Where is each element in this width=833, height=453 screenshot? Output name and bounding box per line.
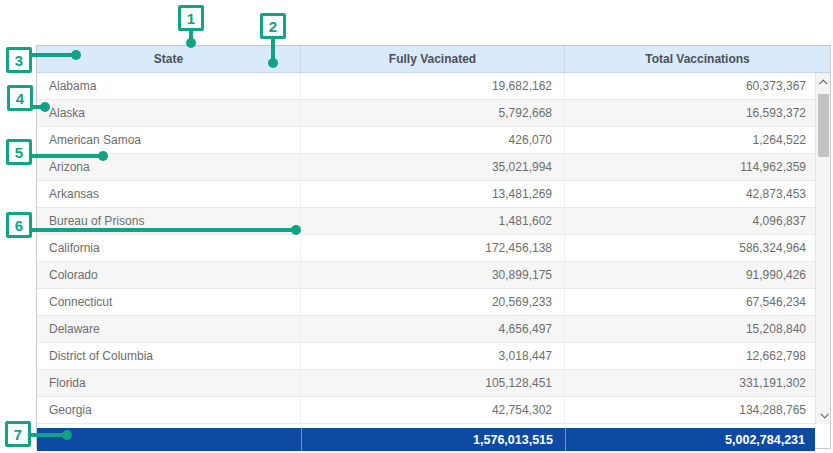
callout-1-dot — [186, 38, 196, 48]
table-rows-container: Alabama19,682,16260,373,367Alaska5,792,6… — [37, 73, 830, 424]
table-header-row: State Fully Vacinated Total Vaccinations — [37, 46, 830, 73]
total-vaccinations-cell: 16,593,372 — [565, 100, 830, 126]
total-state-cell — [37, 428, 301, 451]
total-vaccinations-cell: 5,002,784,231 — [565, 428, 815, 451]
callout-6-line — [30, 228, 293, 232]
total-vaccinations-cell: 15,208,840 — [565, 316, 830, 342]
column-header-total-vaccinations[interactable]: Total Vaccinations — [565, 46, 830, 72]
state-cell: Alaska — [37, 100, 301, 126]
callout-2-line — [271, 38, 275, 60]
state-cell: California — [37, 235, 301, 261]
total-vaccinations-cell: 67,546,234 — [565, 289, 830, 315]
table-row[interactable]: Colorado30,899,17591,990,426 — [37, 262, 830, 289]
fully-vaccinated-cell: 4,656,497 — [301, 316, 565, 342]
fully-vaccinated-cell: 19,682,162 — [301, 73, 565, 99]
callout-1: 1 — [178, 5, 204, 31]
total-vaccinations-cell: 60,373,367 — [565, 73, 830, 99]
table-row[interactable]: Georgia42,754,302134,288,765 — [37, 397, 830, 424]
fully-vaccinated-cell: 13,481,269 — [301, 181, 565, 207]
scroll-up-button[interactable] — [816, 75, 830, 90]
state-cell: Florida — [37, 370, 301, 396]
fully-vaccinated-cell: 20,569,233 — [301, 289, 565, 315]
callout-3-dot — [71, 50, 81, 60]
table-row[interactable]: Alabama19,682,16260,373,367 — [37, 73, 830, 100]
table-row[interactable]: Alaska5,792,66816,593,372 — [37, 100, 830, 127]
total-vaccinations-cell: 12,662,798 — [565, 343, 830, 369]
callout-7-line — [29, 433, 64, 437]
total-vaccinations-cell: 91,990,426 — [565, 262, 830, 288]
total-vaccinations-cell: 331,191,302 — [565, 370, 830, 396]
table-row[interactable]: California172,456,138586,324,964 — [37, 235, 830, 262]
callout-5: 5 — [6, 139, 32, 165]
total-vaccinations-cell: 134,288,765 — [565, 397, 830, 423]
state-cell: Connecticut — [37, 289, 301, 315]
state-cell: American Samoa — [37, 127, 301, 153]
chevron-up-icon — [819, 79, 827, 87]
vertical-scrollbar[interactable] — [815, 73, 830, 424]
fully-vaccinated-cell: 105,128,451 — [301, 370, 565, 396]
total-vaccinations-cell: 1,264,522 — [565, 127, 830, 153]
state-cell: Delaware — [37, 316, 301, 342]
table-row[interactable]: Delaware4,656,49715,208,840 — [37, 316, 830, 343]
fully-vaccinated-cell: 426,070 — [301, 127, 565, 153]
attribute-table: State Fully Vacinated Total Vaccinations… — [36, 45, 831, 449]
fully-vaccinated-cell: 172,456,138 — [301, 235, 565, 261]
callout-4: 4 — [7, 85, 33, 111]
state-cell: Arkansas — [37, 181, 301, 207]
callout-4-dot — [40, 102, 50, 112]
callout-5-line — [30, 154, 100, 158]
total-vaccinations-cell: 4,096,837 — [565, 208, 830, 234]
total-vaccinations-cell: 42,873,453 — [565, 181, 830, 207]
callout-3: 3 — [6, 47, 32, 73]
fully-vaccinated-cell: 5,792,668 — [301, 100, 565, 126]
table-row[interactable]: Arkansas13,481,26942,873,453 — [37, 181, 830, 208]
fully-vaccinated-cell: 42,754,302 — [301, 397, 565, 423]
callout-5-dot — [98, 151, 108, 161]
table-row[interactable]: District of Columbia3,018,44712,662,798 — [37, 343, 830, 370]
table-row[interactable]: Arizona35,021,994114,962,359 — [37, 154, 830, 181]
chevron-down-icon — [820, 410, 828, 418]
total-vaccinations-cell: 586,324,964 — [565, 235, 830, 261]
column-header-fully-vaccinated[interactable]: Fully Vacinated — [301, 46, 565, 72]
state-cell: District of Columbia — [37, 343, 301, 369]
state-cell: Alabama — [37, 73, 301, 99]
table-body: Alabama19,682,16260,373,367Alaska5,792,6… — [37, 73, 830, 424]
callout-7-dot — [62, 430, 72, 440]
scroll-down-button[interactable] — [816, 407, 830, 422]
callout-6: 6 — [6, 212, 32, 238]
total-fully-vaccinated-cell: 1,576,013,515 — [301, 428, 565, 451]
table-row[interactable]: Connecticut20,569,23367,546,234 — [37, 289, 830, 316]
state-cell: Colorado — [37, 262, 301, 288]
callout-2: 2 — [260, 13, 286, 39]
fully-vaccinated-cell: 3,018,447 — [301, 343, 565, 369]
fully-vaccinated-cell: 35,021,994 — [301, 154, 565, 180]
callout-2-dot — [268, 58, 278, 68]
total-vaccinations-cell: 114,962,359 — [565, 154, 830, 180]
state-cell: Georgia — [37, 397, 301, 423]
fully-vaccinated-cell: 1,481,602 — [301, 208, 565, 234]
callout-7: 7 — [5, 421, 31, 447]
callout-6-dot — [291, 225, 301, 235]
scrollbar-thumb[interactable] — [818, 94, 829, 157]
summary-total-row: 1,576,013,515 5,002,784,231 — [37, 428, 815, 451]
callout-3-line — [30, 53, 73, 57]
table-row[interactable]: Florida105,128,451331,191,302 — [37, 370, 830, 397]
table-row[interactable]: American Samoa426,0701,264,522 — [37, 127, 830, 154]
fully-vaccinated-cell: 30,899,175 — [301, 262, 565, 288]
